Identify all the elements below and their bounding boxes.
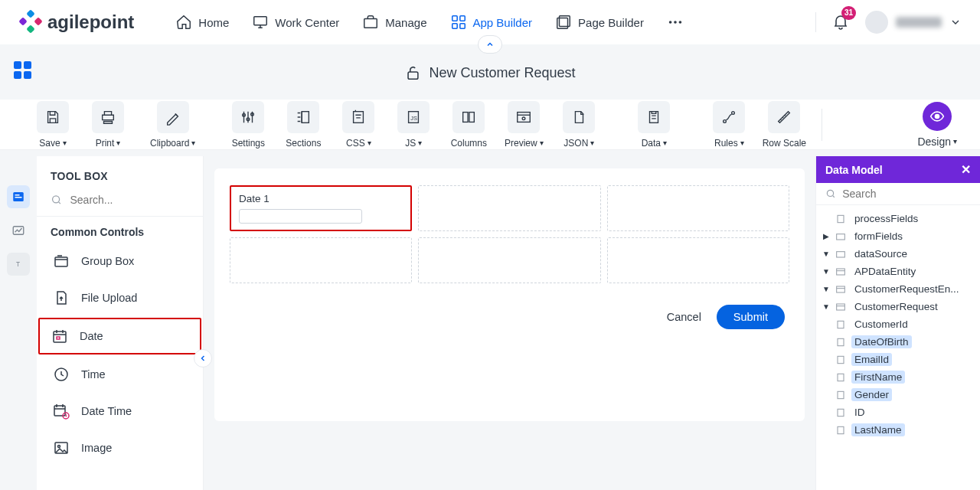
data-icon xyxy=(645,109,662,126)
svg-rect-0 xyxy=(254,17,267,25)
collapse-header-button[interactable] xyxy=(478,35,502,54)
json-button[interactable]: JSON▾ xyxy=(557,101,601,149)
rules-button[interactable]: Rules▾ xyxy=(707,101,751,149)
nav-manage[interactable]: Manage xyxy=(358,8,431,37)
svg-rect-34 xyxy=(55,257,67,266)
field-icon xyxy=(835,424,847,436)
svg-rect-54 xyxy=(838,409,844,416)
search-icon xyxy=(825,188,836,200)
form-icon xyxy=(11,190,25,204)
design-mode-button[interactable]: Design▾ xyxy=(917,102,957,148)
nav-app-builder[interactable]: App Builder xyxy=(446,8,537,37)
sections-button[interactable]: Sections xyxy=(281,101,325,149)
form-toolbar: Save▾ Print▾ Clipboard▾ Settings Section… xyxy=(0,100,980,150)
svg-point-33 xyxy=(53,196,60,203)
drop-cell[interactable] xyxy=(607,237,789,283)
svg-point-25 xyxy=(732,111,735,114)
unlock-icon xyxy=(404,64,421,81)
data-model-header: Data Model ✕ xyxy=(816,156,980,183)
tree-node-processfields[interactable]: processFields xyxy=(819,210,977,227)
cancel-button[interactable]: Cancel xyxy=(667,311,701,323)
submit-button[interactable]: Submit xyxy=(717,305,785,329)
tree-leaf-label: LastName xyxy=(851,423,905,436)
field-icon xyxy=(835,389,847,401)
preview-button[interactable]: Preview▾ xyxy=(501,101,546,149)
tree-node-customerrequesten[interactable]: ▼CustomerRequestEn... xyxy=(819,280,977,298)
rail-text-tab[interactable]: T xyxy=(7,253,30,276)
chart-icon xyxy=(11,224,25,237)
svg-rect-47 xyxy=(837,286,845,292)
field-icon xyxy=(835,407,847,419)
data-model-search[interactable] xyxy=(816,183,980,205)
page-title: New Customer Request xyxy=(404,64,575,81)
save-button[interactable]: Save▾ xyxy=(31,101,75,149)
sections-icon xyxy=(295,109,312,126)
svg-rect-51 xyxy=(838,356,844,363)
notifications-button[interactable]: 31 xyxy=(831,12,850,33)
toolbox-search-input[interactable] xyxy=(70,194,189,206)
drop-cell[interactable] xyxy=(418,185,600,231)
print-button[interactable]: Print▾ xyxy=(86,101,130,149)
css-button[interactable]: CSS▾ xyxy=(336,101,381,149)
tool-image[interactable]: Image xyxy=(41,431,198,465)
drop-cell[interactable] xyxy=(230,237,412,283)
svg-rect-11 xyxy=(408,72,418,79)
js-button[interactable]: JS JS▾ xyxy=(391,101,436,149)
close-icon[interactable]: ✕ xyxy=(961,162,971,177)
drop-cell[interactable] xyxy=(418,237,600,283)
field-input[interactable] xyxy=(239,209,362,224)
row-scale-button[interactable]: Row Scale xyxy=(762,101,806,149)
form-canvas[interactable]: Date 1 Cancel Submit xyxy=(214,168,805,421)
tree-leaf[interactable]: ID xyxy=(819,403,977,421)
data-button[interactable]: Data▾ xyxy=(632,101,676,149)
data-model-panel: Data Model ✕ processFields ▶formFields ▼… xyxy=(815,156,980,490)
svg-point-24 xyxy=(724,119,727,122)
divider xyxy=(822,109,822,141)
tree-leaf-label: DateOfBirth xyxy=(851,335,912,348)
clipboard-button[interactable]: Clipboard▾ xyxy=(150,101,195,149)
data-model-search-input[interactable] xyxy=(842,188,971,200)
ruler-icon xyxy=(776,109,792,126)
settings-button[interactable]: Settings xyxy=(226,101,270,149)
nav-home[interactable]: Home xyxy=(171,8,234,37)
tool-time[interactable]: Time xyxy=(41,358,198,391)
logo: agilepoint xyxy=(18,9,134,35)
field-date-1[interactable]: Date 1 xyxy=(230,185,412,231)
tree-leaf[interactable]: LastName xyxy=(819,421,977,439)
tree-leaf[interactable]: DateOfBirth xyxy=(819,333,977,351)
tree-leaf[interactable]: FirstName xyxy=(819,368,977,386)
tree-node-datasource[interactable]: ▼dataSource xyxy=(819,245,977,263)
drop-cell[interactable] xyxy=(607,185,789,231)
tree-node-formfields[interactable]: ▶formFields xyxy=(819,227,977,245)
tree-node-apdataentity[interactable]: ▼APDataEntity xyxy=(819,263,977,280)
tree-node-customerrequest[interactable]: ▼CustomerRequest xyxy=(819,298,977,315)
tool-file-upload[interactable]: File Upload xyxy=(41,281,198,315)
tool-group-box[interactable]: Group Box xyxy=(41,244,198,278)
toolbox-collapse-button[interactable] xyxy=(194,349,212,368)
svg-rect-28 xyxy=(15,194,20,196)
user-menu[interactable] xyxy=(865,11,962,34)
svg-point-41 xyxy=(58,446,60,448)
svg-rect-3 xyxy=(459,16,464,21)
nav-work-center[interactable]: Work Center xyxy=(247,8,344,37)
main-area: T TOOL BOX Common Controls Group Box Fil… xyxy=(0,150,980,490)
tool-date[interactable]: Date xyxy=(38,318,201,354)
svg-point-42 xyxy=(827,190,833,196)
rail-analytics-tab[interactable] xyxy=(7,219,30,242)
nav-page-builder[interactable]: Page Builder xyxy=(550,8,648,37)
print-icon xyxy=(100,109,116,126)
columns-button[interactable]: Columns xyxy=(446,101,491,149)
tool-datetime[interactable]: Date Time xyxy=(41,394,198,428)
nav-more[interactable] xyxy=(662,8,688,37)
tree-leaf[interactable]: EmailId xyxy=(819,351,977,368)
app-switcher-button[interactable] xyxy=(14,61,35,83)
nav-label: Home xyxy=(198,16,229,29)
toolbox-panel: TOOL BOX Common Controls Group Box File … xyxy=(37,156,204,490)
tree-leaf[interactable]: Gender xyxy=(819,386,977,403)
groupbox-icon xyxy=(52,252,70,270)
field-icon xyxy=(835,336,847,348)
tree-leaf[interactable]: CustomerId xyxy=(819,315,977,333)
rail-toolbox-tab[interactable] xyxy=(7,185,30,208)
svg-rect-36 xyxy=(57,337,60,339)
toolbox-search[interactable] xyxy=(37,188,203,217)
